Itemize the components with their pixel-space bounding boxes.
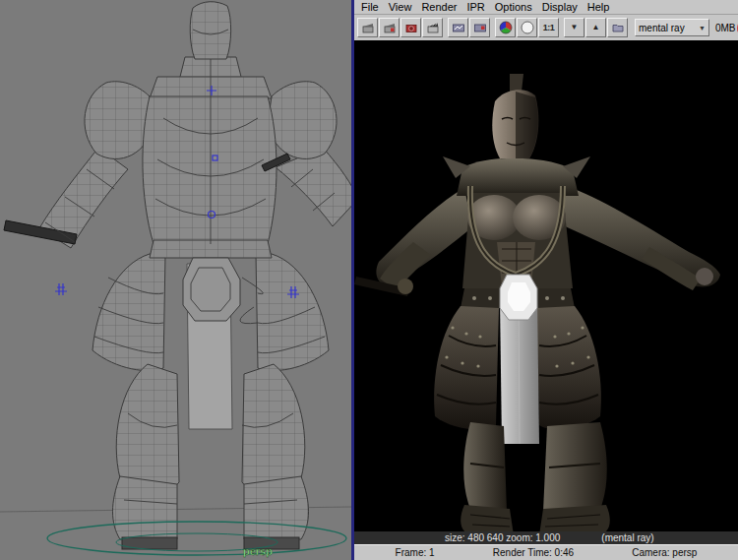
renderer-dropdown-icon: ▼ [699, 25, 706, 31]
menu-view[interactable]: View [384, 1, 417, 13]
perspective-viewport[interactable]: persp [0, 0, 351, 560]
renderer-dropdown-value: mental ray [639, 23, 696, 33]
renderer-name-label: (mental ray) [601, 532, 653, 543]
maya-workspace: persp File View Render IPR Options Displ… [0, 0, 738, 560]
keep-image-button[interactable]: ▼ [564, 18, 584, 37]
image-size-label: size: 480 640 zoom: 1.000 [445, 532, 560, 543]
ipr-render-button[interactable] [448, 18, 468, 37]
redo-render-icon [361, 21, 375, 34]
rgb-channels-button[interactable] [495, 18, 516, 37]
ipr-update-button[interactable] [469, 18, 490, 37]
render-view-toolbar: 1:1 ▼ ▲ mental ray ▼ 0MB IPR [354, 15, 738, 40]
camera-label: Camera: persp [632, 547, 697, 558]
memory-usage-label: 0MB [715, 23, 736, 33]
render-image-area[interactable] [354, 40, 738, 531]
menu-options[interactable]: Options [490, 1, 537, 13]
frame-label: Frame: 1 [396, 547, 435, 558]
rendered-model [354, 40, 738, 531]
render-info-bar: Frame: 1 Render Time: 0:46 Camera: persp [354, 544, 738, 560]
alpha-channel-icon [521, 21, 534, 34]
redo-render-button[interactable] [357, 18, 378, 37]
viewport-camera-label: persp [243, 545, 273, 557]
render-globals-button[interactable] [422, 18, 443, 37]
wireframe-model: persp [0, 0, 351, 560]
render-view-menu-bar: File View Render IPR Options Display Hel… [354, 0, 738, 15]
render-globals-icon [426, 21, 440, 34]
ipr-render-icon [452, 21, 465, 34]
alpha-channel-button[interactable] [517, 18, 537, 37]
menu-help[interactable]: Help [583, 1, 615, 13]
menu-render[interactable]: Render [416, 1, 461, 13]
rgb-channels-icon [499, 21, 513, 34]
remove-image-icon: ▲ [592, 24, 600, 31]
menu-ipr[interactable]: IPR [461, 1, 489, 13]
render-view-window: File View Render IPR Options Display Hel… [351, 0, 738, 560]
redo-ipr-render-icon [383, 21, 397, 34]
keep-image-icon: ▼ [571, 24, 579, 31]
snapshot-icon [404, 21, 418, 34]
ipr-update-icon [473, 21, 487, 34]
open-image-icon [611, 21, 625, 34]
render-time-label: Render Time: 0:46 [493, 547, 574, 558]
menu-display[interactable]: Display [537, 1, 583, 13]
redo-ipr-render-button[interactable] [379, 18, 400, 37]
one-to-one-button[interactable]: 1:1 [538, 18, 559, 37]
open-image-button[interactable] [607, 18, 628, 37]
status-strip: size: 480 640 zoom: 1.000 (mental ray) [354, 531, 738, 544]
menu-file[interactable]: File [356, 1, 384, 13]
one-to-one-label: 1:1 [543, 24, 555, 32]
remove-image-button[interactable]: ▲ [585, 18, 606, 37]
snapshot-button[interactable] [400, 18, 421, 37]
renderer-dropdown[interactable]: mental ray ▼ [635, 19, 709, 36]
